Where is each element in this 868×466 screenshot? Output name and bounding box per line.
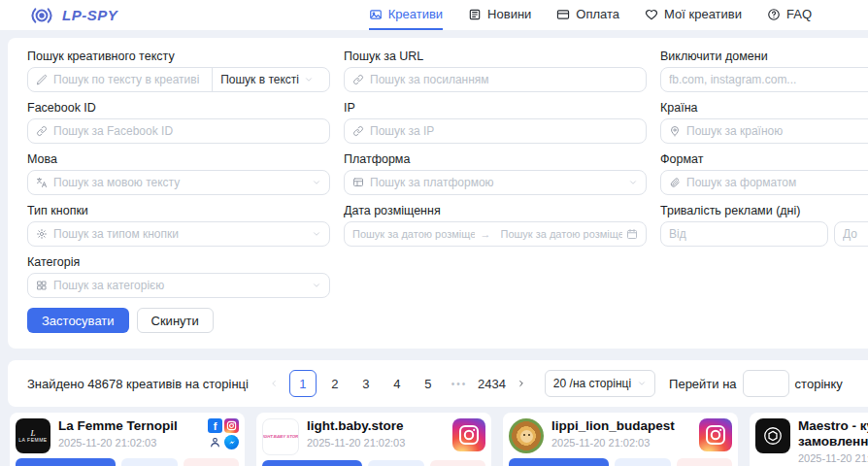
card-date: 2025-11-20 21:02:03 — [307, 437, 445, 449]
page-button-5[interactable]: 5 — [416, 371, 441, 396]
creatives-list: L LA FEMME La Femme Ternopil 2025-11-20 … — [10, 413, 868, 466]
field-label: Мова — [27, 152, 330, 166]
card-title[interactable]: La Femme Ternopil — [58, 418, 200, 434]
pagination-bar: Знайдено 48678 креативів на сторінці 1 2… — [8, 360, 868, 407]
platform-icon — [352, 177, 364, 188]
card-title[interactable]: Maestro - кухні, меблі на замовлення в У… — [798, 418, 868, 449]
chevron-down-icon — [628, 178, 638, 187]
page-button-1[interactable]: 1 — [289, 370, 317, 397]
duration-to-input[interactable] — [835, 222, 868, 246]
url-input[interactable] — [364, 68, 646, 91]
credit-card-icon — [556, 8, 570, 21]
view-button[interactable] — [368, 460, 424, 466]
exclude-domains-control — [660, 67, 868, 92]
calendar-icon — [626, 228, 638, 240]
field-label: Категорія — [27, 255, 330, 269]
language-input[interactable] — [48, 171, 312, 194]
link-icon — [36, 125, 48, 137]
button-type-select[interactable] — [27, 221, 330, 247]
facebook-id-input[interactable] — [48, 119, 329, 143]
pencil-icon — [36, 74, 48, 85]
nav-tab-payment[interactable]: Оплата — [556, 0, 619, 30]
page-button-4[interactable]: 4 — [384, 371, 410, 396]
link-icon — [352, 74, 364, 85]
translate-icon — [36, 177, 48, 188]
field-format: Формат — [660, 152, 868, 195]
view-button[interactable] — [615, 458, 671, 466]
field-label: Країна — [660, 101, 868, 115]
days-active-button[interactable]: 3 days — [16, 458, 116, 466]
page-size-select[interactable]: 20 /на сторінці — [545, 370, 655, 397]
card-date: 2025-11-20 21:02:03 — [551, 437, 691, 449]
eye-logo-icon — [27, 6, 56, 25]
filter-panel: Пошук креативного тексту Пошук в тексті … — [8, 38, 868, 349]
profile-icon — [208, 435, 222, 449]
avatar — [509, 418, 544, 453]
nav-label: FAQ — [786, 7, 812, 21]
map-pin-icon — [669, 125, 681, 137]
goto-label: Перейти на — [669, 377, 737, 391]
card-title[interactable]: lippi_lion_budapest — [551, 418, 691, 434]
date-from-input[interactable] — [345, 222, 479, 246]
button-type-input[interactable] — [48, 222, 312, 246]
card-date: 2025-11-20 21:02:03 — [798, 452, 868, 464]
days-active-button[interactable]: 0 days — [509, 458, 609, 466]
apply-button[interactable]: Застосувати — [27, 308, 129, 333]
maestro-logo-icon — [762, 425, 784, 447]
chevron-down-icon — [312, 229, 321, 239]
paperclip-icon — [669, 177, 681, 188]
field-category: Категорія — [27, 255, 330, 298]
platform-input[interactable] — [364, 171, 628, 194]
messenger-icon — [224, 435, 239, 449]
field-facebook-id: Facebook ID — [27, 101, 330, 144]
duration-from-input[interactable] — [661, 222, 827, 246]
like-button[interactable] — [430, 460, 486, 466]
prev-page-button[interactable] — [264, 379, 284, 388]
field-button-type: Тип кнопки — [27, 204, 330, 247]
platform-select[interactable] — [344, 170, 647, 195]
main-nav: Креативи Новини Оплата Мої креативи FAQ — [369, 0, 812, 30]
view-button[interactable] — [121, 458, 178, 466]
format-input[interactable] — [681, 171, 868, 194]
reset-button[interactable]: Скинути — [137, 308, 214, 333]
like-button[interactable] — [677, 458, 733, 466]
chevron-down-icon — [637, 379, 647, 388]
ip-input[interactable] — [364, 119, 646, 143]
like-button[interactable] — [184, 458, 240, 466]
arrow-right-icon: → — [479, 228, 493, 240]
nav-tab-my-creatives[interactable]: Мої креативи — [645, 0, 742, 30]
avatar-name: LIGHT.BABY STORE — [262, 435, 299, 439]
category-input[interactable] — [48, 274, 312, 297]
search-mode-select[interactable]: Пошук в тексті — [212, 68, 329, 91]
page-button-3[interactable]: 3 — [353, 371, 379, 396]
language-select[interactable] — [27, 170, 330, 195]
page-button-last[interactable]: 2434 — [478, 371, 506, 396]
nav-tab-faq[interactable]: FAQ — [767, 0, 812, 30]
country-input[interactable] — [681, 119, 868, 143]
chevron-down-icon — [312, 281, 321, 290]
duration-from-control — [660, 221, 828, 247]
country-control — [660, 118, 868, 144]
goto-suffix: сторінку — [795, 377, 843, 391]
field-duration: Тривалість реклами (дні) — [660, 204, 868, 247]
nav-label: Мої креативи — [664, 7, 742, 21]
field-placement-date: Дата розміщення → — [344, 204, 647, 247]
creative-text-input[interactable] — [48, 68, 212, 91]
next-page-button[interactable] — [512, 379, 531, 388]
heart-icon — [645, 8, 658, 21]
page-button-2[interactable]: 2 — [322, 371, 348, 396]
category-select[interactable] — [27, 273, 330, 298]
days-active-button[interactable]: 3 days — [262, 460, 362, 466]
nav-tab-creatives[interactable]: Креативи — [369, 0, 443, 30]
card-title[interactable]: light.baby.store — [307, 418, 445, 434]
goto-page-input[interactable] — [743, 370, 789, 397]
field-ip: IP — [344, 101, 647, 144]
date-range-control: → — [344, 221, 647, 247]
nav-label: Оплата — [576, 7, 619, 21]
field-label: Пошук креативного тексту — [27, 50, 330, 63]
date-to-input[interactable] — [493, 222, 627, 246]
logo[interactable]: LP-SPY — [27, 0, 117, 30]
field-label: Тип кнопки — [27, 204, 330, 217]
nav-tab-news[interactable]: Новини — [468, 0, 531, 30]
exclude-domains-input[interactable] — [661, 68, 868, 91]
